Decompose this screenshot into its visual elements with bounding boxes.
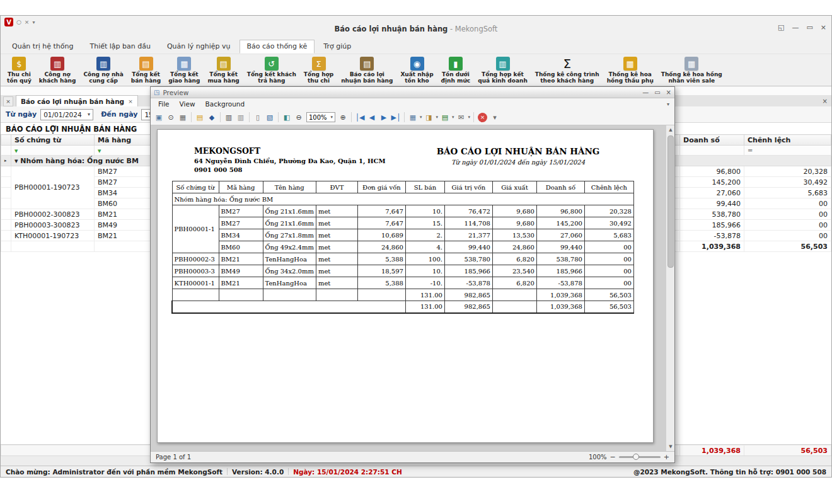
menubar-overflow-icon[interactable]: ▾ [667,101,672,107]
diff-cell[interactable]: 00 [744,231,831,241]
scroll-up-icon[interactable]: ▲ [666,125,674,134]
first-page-icon[interactable]: │◀ [354,112,366,123]
ribbon-tab[interactable]: Thiết lập ban đầu [82,40,158,54]
filter-operator[interactable]: = [748,147,753,154]
zoom-out-icon[interactable]: ⊖ [293,112,304,123]
ribbon-tab[interactable]: Trợ giúp [316,40,359,54]
preview-minimize-button[interactable]: — [642,89,649,96]
search-icon[interactable]: ⊙ [165,112,176,123]
panel-close-icon[interactable]: × [823,98,828,105]
filter-cell-revenue[interactable] [680,146,744,156]
diff-cell[interactable]: 00 [744,198,831,209]
toolbar-item[interactable]: ▮Tồn dưới định mức [437,56,475,84]
menu-file[interactable]: File [153,99,175,109]
ribbon-tab[interactable]: Quản lý nghiệp vụ [159,40,238,54]
preview-titlebar[interactable]: ◳ Preview — ▭ × [151,87,674,98]
menu-view[interactable]: View [175,99,200,109]
prev-page-icon[interactable]: ◀ [366,112,378,123]
fullscreen-button[interactable]: ◱ [778,23,784,32]
doc-number-cell[interactable]: PBH00003-300823 [11,220,95,231]
filter-cell-diff[interactable]: = [744,146,831,156]
diff-cell[interactable]: 5,683 [744,188,831,198]
next-page-icon[interactable]: ▶ [378,112,390,123]
zoom-in-button[interactable]: + [664,453,669,461]
menu-background[interactable]: Background [200,99,250,109]
toolbar-more-icon[interactable]: ▾ [489,112,500,123]
revenue-cell[interactable]: 99,440 [680,198,744,209]
chevron-down-icon[interactable]: ▾ [452,115,454,120]
export-document-icon[interactable]: ▤ [439,112,451,123]
zoom-slider[interactable] [619,456,661,458]
diff-cell[interactable]: 30,492 [744,177,831,188]
tab-close-icon[interactable]: × [128,98,133,105]
preview-vertical-scrollbar[interactable]: ▲ ▼ [666,125,674,451]
revenue-cell[interactable]: 27,060 [680,188,744,198]
toolbar-item[interactable]: ▥Tổng hợp kết quả kinh doanh [474,56,531,84]
quick-print-icon[interactable]: ▥ [235,112,246,123]
preview-maximize-button[interactable]: ▭ [654,89,660,96]
preview-close-button[interactable]: × [666,89,671,96]
last-page-icon[interactable]: ▶│ [390,112,402,123]
ribbon-tab[interactable]: Quản trị hệ thống [4,40,81,54]
column-header-revenue[interactable]: Doanh số [680,135,744,146]
doc-number-cell[interactable]: PBH00001-190723 [11,166,95,209]
toolbar-item[interactable]: ▤Tổng kết bán hàng [127,56,165,84]
zoom-level-select[interactable]: 100%▾ [306,112,335,122]
close-button[interactable]: × [821,23,826,32]
chevron-down-icon[interactable]: ▾ [468,115,471,120]
filter-cell-doc[interactable]: ▼ [11,146,95,156]
close-preview-icon[interactable]: × [478,113,487,122]
revenue-cell[interactable]: 96,800 [680,166,744,177]
email-icon[interactable]: ✉ [456,112,467,123]
group-indicator-icon[interactable]: ▸ [1,156,11,166]
zoom-in-icon[interactable]: ⊕ [337,112,349,123]
page-color-icon[interactable]: ◨ [424,112,435,123]
chevron-down-icon[interactable]: ▾ [420,115,422,120]
from-date-input[interactable]: 01/01/2024 ▾ [40,109,93,120]
maximize-button[interactable]: ▭ [806,23,812,32]
multipage-icon[interactable]: ▦ [407,112,419,123]
item-code-cell[interactable]: BM49 [95,220,153,231]
toolbar-item[interactable]: ▦Thống kê hoa hồng nhân viên sale [657,56,726,84]
column-header-item[interactable]: Mã hàng [95,135,153,146]
item-code-cell[interactable]: BM27 [95,166,153,177]
item-code-cell[interactable]: BM21 [95,231,153,241]
doc-number-cell[interactable]: PBH00002-300823 [11,209,95,220]
item-code-cell[interactable]: BM60 [95,198,153,209]
close-all-tabs-icon[interactable]: × [3,96,13,106]
ribbon-tab[interactable]: Báo cáo thống kê [240,40,315,54]
revenue-cell[interactable]: -53,878 [680,231,744,241]
filter-cell-item[interactable]: ▼ [95,146,153,156]
scrollbar-thumb[interactable] [667,135,674,268]
toolbar-item[interactable]: ▤Tổng kết mua hàng [204,56,243,84]
thumbnails-icon[interactable]: ▦ [177,112,188,123]
minimize-button[interactable]: — [792,23,799,32]
open-icon[interactable]: ▤ [194,112,205,123]
doc-number-cell[interactable]: KTH00001-190723 [11,231,95,241]
toolbar-item[interactable]: ΣTổng hợp thu chi [300,56,337,84]
filter-funnel-icon[interactable]: ▼ [14,149,18,154]
diff-cell[interactable]: 00 [744,209,831,220]
toolbar-item[interactable]: ▥Công nợ nhà cung cấp [79,56,127,84]
item-code-cell[interactable]: BM21 [95,209,153,220]
revenue-cell[interactable]: 185,966 [680,220,744,231]
page-setup-icon[interactable]: ▯ [252,112,263,123]
zoom-slider-handle[interactable] [633,454,639,460]
toolbar-item[interactable]: ▦Thống kê hoa hồng thầu phụ [603,56,657,84]
save-icon[interactable]: ◆ [206,112,217,123]
scroll-down-icon[interactable]: ▼ [666,442,674,451]
toolbar-item[interactable]: ΣThống kê công trình theo khách hàng [531,56,603,84]
column-header-diff[interactable]: Chênh lệch [744,135,831,146]
toolbar-item[interactable]: ▤Báo cáo lợi nhuận bán hàng [337,56,396,84]
toolbar-item[interactable]: $Thu chi tồn quỹ [3,56,35,84]
item-code-cell[interactable]: BM34 [95,188,153,198]
zoom-out-button[interactable]: − [610,453,616,461]
diff-cell[interactable]: 00 [744,220,831,231]
revenue-cell[interactable]: 538,780 [680,209,744,220]
scale-icon[interactable]: ◧ [281,112,292,123]
toolbar-item[interactable]: ▦Tổng kết giao hàng [165,56,204,84]
toolbar-item[interactable]: ◉Xuất nhập tồn kho [396,56,437,84]
diff-cell[interactable]: 20,328 [744,166,831,177]
column-header-doc[interactable]: Số chứng từ [11,135,95,146]
chevron-down-icon[interactable]: ▾ [436,115,439,120]
